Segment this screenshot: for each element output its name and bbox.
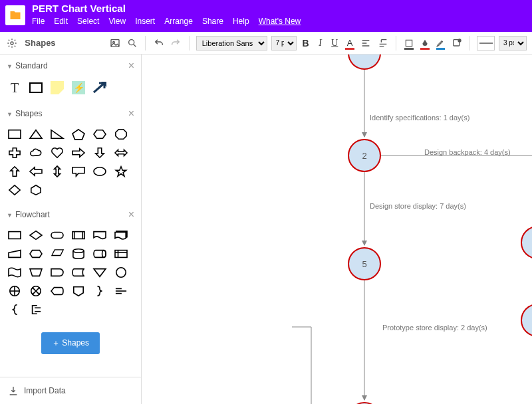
fc-merge[interactable] [92,266,108,279]
edge-label[interactable]: Prototype store display: 2 day(s) [382,324,487,332]
menu-help[interactable]: Help [233,17,249,26]
shape-arrow-double-v[interactable] [49,165,65,178]
shape-triangle[interactable] [28,128,44,141]
redo-icon[interactable] [170,36,182,50]
close-icon[interactable]: × [128,209,134,221]
fc-note-lines[interactable] [113,284,129,298]
canvas[interactable]: 2 3 5 6 8 9 Identify specifications: 1 d… [142,54,532,404]
shape-ellipse[interactable] [92,165,108,178]
fc-multidoc[interactable] [113,229,129,242]
panel-shapes-header[interactable]: ▼Shapes × [0,102,141,125]
edges-layer [142,54,532,404]
shape-arrow-up[interactable] [7,165,23,178]
image-icon[interactable] [109,36,122,50]
shape-pentagon[interactable] [70,128,86,141]
shapes-toggle[interactable]: Shapes [25,38,55,48]
add-shapes-button[interactable]: ＋ Shapes [41,332,100,354]
shape-rectangle[interactable] [7,128,23,141]
fc-data[interactable] [49,247,65,260]
svg-rect-9 [9,130,21,139]
menu-insert[interactable]: Insert [135,17,155,26]
font-family-select[interactable]: Liberation Sans [196,36,267,50]
fc-terminator[interactable] [49,229,65,242]
search-icon[interactable] [126,36,138,50]
shape-polygon[interactable] [28,183,44,197]
fill-color-button[interactable] [403,37,415,50]
shape-star[interactable] [113,165,129,178]
menu-select[interactable]: Select [77,17,99,26]
shape-callout[interactable] [70,165,86,178]
panel-standard-header[interactable]: ▼Standard × [0,54,141,77]
undo-icon[interactable] [152,36,165,50]
bold-button[interactable]: B [301,38,311,49]
shape-cross[interactable] [7,146,23,159]
shape-arrow-double-h[interactable] [113,146,129,159]
shape-diamond[interactable] [7,183,23,197]
menu-whats-new[interactable]: What's New [259,17,301,26]
edge-label[interactable]: Identify specifications: 1 day(s) [370,114,469,122]
fc-display[interactable] [49,284,65,298]
sticky-note-tool[interactable] [49,80,65,96]
shape-arrow-down[interactable] [92,146,108,159]
close-icon[interactable]: × [128,60,134,72]
app-logo[interactable] [5,5,25,25]
fc-manual-op[interactable] [28,266,44,279]
fc-card[interactable] [7,266,23,279]
edge-label[interactable]: Design store display: 7 day(s) [370,202,466,210]
edge-label[interactable]: Design backpack: 4 day(s) [424,148,511,156]
fc-stored[interactable] [70,266,86,279]
fc-decision[interactable] [28,229,44,242]
rect-tool[interactable] [28,80,44,96]
shape-octagon[interactable] [113,128,129,141]
shape-arrow-right[interactable] [70,146,86,159]
shape-style-icon[interactable] [450,36,463,50]
marker-color-button[interactable] [435,37,447,50]
shape-right-triangle[interactable] [49,128,65,141]
fc-brace-left[interactable] [7,303,23,316]
text-tool[interactable]: T [7,80,23,96]
fc-brace-right[interactable] [92,284,108,298]
bolt-tool[interactable]: ⚡ [70,80,86,96]
fc-internal[interactable] [113,247,129,260]
italic-button[interactable]: I [315,38,326,49]
fc-predefined[interactable] [70,229,86,242]
text-color-button[interactable]: A [344,37,356,50]
align-icon[interactable] [360,36,372,50]
menu-view[interactable]: View [108,17,126,26]
line-style-select[interactable] [477,36,495,50]
gear-icon[interactable] [5,36,18,50]
line-color-button[interactable] [419,37,431,50]
fc-manual-input[interactable] [7,247,23,260]
fc-direct-data[interactable] [92,247,108,260]
close-icon[interactable]: × [128,108,134,120]
fc-annotation[interactable] [28,303,44,316]
menu-share[interactable]: Share [202,17,223,26]
text-format-icon[interactable] [376,36,389,50]
shape-cloud[interactable] [28,146,44,159]
fc-or[interactable] [7,284,23,298]
shape-heart[interactable] [49,146,65,159]
menu-edit[interactable]: Edit [54,17,68,26]
shape-arrow-left[interactable] [28,165,44,178]
diagram-node[interactable]: 5 [348,247,381,280]
fc-database[interactable] [70,247,86,260]
fc-document[interactable] [92,229,108,242]
fc-offpage[interactable] [70,284,86,298]
arrow-tool[interactable] [92,80,108,96]
import-data-button[interactable]: Import Data [0,377,141,404]
underline-button[interactable]: U [329,38,340,49]
menu-file[interactable]: File [32,17,45,26]
fc-preparation[interactable] [28,247,44,260]
shape-hexagon[interactable] [92,128,108,141]
diagram-node[interactable]: 2 [348,139,381,172]
fc-sum[interactable] [28,284,44,298]
fc-delay[interactable] [49,266,65,279]
panel-flowchart-header[interactable]: ▼Flowchart × [0,203,141,226]
document-title[interactable]: PERT Chart Vertical [32,3,301,14]
fc-connector[interactable] [113,266,129,279]
import-icon [8,385,19,396]
line-width-select[interactable]: 3 px [499,36,527,50]
fc-process[interactable] [7,229,23,242]
menu-arrange[interactable]: Arrange [164,17,193,26]
font-size-select[interactable]: 7 pt [271,36,297,50]
